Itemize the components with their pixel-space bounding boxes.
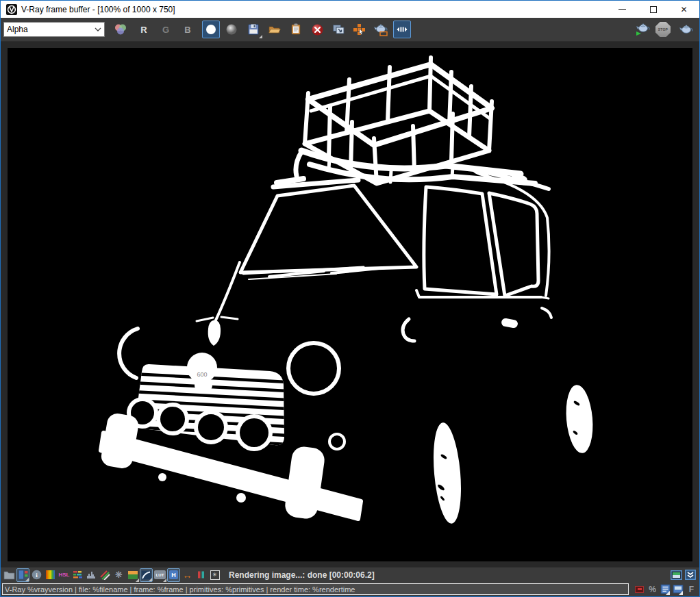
info-icon: i	[32, 570, 42, 580]
h-icon: H	[169, 570, 178, 579]
lut-correction-button[interactable]: LUT	[153, 568, 166, 582]
chevron-down-icon	[95, 27, 101, 32]
close-button[interactable]: ✕	[668, 1, 699, 18]
alpha-render-car: 600	[8, 48, 692, 561]
lut-dropdown-icon	[163, 579, 166, 582]
alpha-mode-button[interactable]	[202, 21, 220, 38]
region-render-button[interactable]	[372, 21, 390, 38]
snowflake-icon: ✳	[210, 570, 220, 580]
clipboard-icon	[289, 23, 303, 36]
open-channels-button[interactable]	[3, 568, 16, 582]
collapse-toolbar-button[interactable]	[684, 568, 697, 582]
stop-sign-icon: STOP	[655, 22, 671, 37]
horizontal-arrows-icon: ↔	[183, 570, 192, 581]
title-bar[interactable]: V-Ray frame buffer - [100% of 1000 x 750…	[1, 1, 699, 18]
stamp-led-icon	[633, 583, 646, 596]
copy-to-clipboard-button[interactable]	[287, 21, 305, 38]
ab-compare-button[interactable]	[195, 568, 208, 582]
ab-bars-icon	[197, 570, 205, 579]
clear-x-icon	[311, 23, 324, 36]
duplicate-windows-icon	[332, 23, 345, 36]
white-balance-button[interactable]: ❋	[112, 568, 125, 582]
levels-correction-button[interactable]	[85, 568, 98, 582]
stop-render-button[interactable]: STOP	[654, 21, 672, 38]
vray-frame-buffer-window: V-Ray frame buffer - [100% of 1000 x 750…	[0, 0, 700, 597]
mono-sphere-icon	[225, 23, 238, 36]
stamp-text-input[interactable]	[2, 583, 629, 595]
monitor-icon	[673, 584, 684, 595]
histogram-icon	[86, 570, 97, 579]
corrections-toolbar: i HSL ❋	[1, 567, 699, 582]
corrections-dropdown-icon	[25, 578, 29, 581]
close-icon: ✕	[680, 5, 687, 14]
rgb-circles-icon	[114, 23, 127, 36]
clear-image-button[interactable]	[308, 21, 326, 38]
exposure-correction-button[interactable]	[99, 568, 112, 582]
blue-channel-button[interactable]: B	[179, 25, 197, 35]
track-mouse-button[interactable]	[351, 21, 368, 38]
document-lines-icon	[660, 584, 671, 595]
minimize-button[interactable]	[607, 1, 638, 18]
hsl-correction-button[interactable]: HSL	[58, 568, 71, 582]
color-clamping-button[interactable]	[44, 568, 57, 582]
color-bars-icon	[73, 570, 84, 579]
compare-horizontal-button[interactable]	[393, 21, 411, 38]
save-dropdown-icon	[259, 35, 262, 38]
window-title: V-Ray frame buffer - [100% of 1000 x 750…	[21, 5, 175, 14]
duplicate-to-host-button[interactable]	[329, 21, 347, 38]
curve-correction-button[interactable]	[140, 568, 153, 582]
font-button[interactable]: F	[685, 583, 698, 596]
vray-logo-icon	[6, 4, 17, 15]
monitor-green-icon	[671, 570, 682, 580]
open-folder-icon	[268, 23, 282, 36]
wheels	[430, 384, 596, 525]
background-image-button[interactable]	[126, 568, 139, 582]
pinwheel-icon: ❋	[115, 570, 123, 580]
render-teapot-icon	[678, 23, 695, 36]
stereo-toggle-button[interactable]: ↔	[181, 568, 194, 582]
maximize-icon	[650, 6, 657, 13]
color-balance-button[interactable]	[71, 568, 84, 582]
side-windows	[403, 174, 551, 341]
stamp-variables-button[interactable]	[659, 583, 672, 596]
hsl-icon: HSL	[59, 572, 70, 578]
srgb-toggle-button[interactable]: H	[167, 568, 180, 582]
pixel-info-button[interactable]: i	[30, 568, 43, 582]
windshield	[240, 180, 416, 279]
green-channel-button[interactable]: G	[157, 25, 175, 35]
rgb-mode-button[interactable]	[112, 21, 129, 38]
fullscreen-toggle-button[interactable]	[670, 568, 683, 582]
render-button[interactable]	[677, 21, 695, 38]
bonnet-ornament	[197, 262, 240, 346]
render-last-button[interactable]	[634, 21, 651, 38]
color-corrections-button[interactable]	[16, 568, 29, 582]
track-mouse-icon	[353, 23, 366, 36]
open-image-button[interactable]	[266, 21, 284, 38]
stamp-percent-button[interactable]: %	[646, 583, 659, 596]
channel-select[interactable]: Alpha	[3, 22, 105, 37]
minimize-icon	[618, 9, 626, 10]
curve-dropdown-icon	[149, 578, 152, 581]
channel-select-value: Alpha	[7, 25, 95, 34]
red-channel-button[interactable]: R	[135, 25, 153, 35]
grille-badge-text: 600	[197, 371, 207, 378]
alpha-circle-icon	[205, 23, 217, 36]
double-chevron-icon	[685, 570, 696, 580]
render-view[interactable]: 600	[8, 48, 692, 561]
canvas-area: 600	[1, 42, 699, 567]
floppy-disk-icon	[247, 23, 260, 36]
compare-horizontal-icon	[396, 24, 408, 35]
gradient-icon	[46, 570, 55, 579]
gray-folder-icon	[3, 570, 15, 580]
save-image-button[interactable]	[245, 21, 262, 38]
main-toolbar: Alpha R G B	[1, 18, 699, 42]
render-status-text: Rendering image...: done [00:00:06.2]	[229, 570, 375, 580]
grille: 600	[127, 353, 287, 451]
diagonal-lines-icon	[100, 570, 110, 580]
region-teapot-icon	[373, 23, 388, 36]
background-dropdown-icon	[136, 579, 139, 582]
maximize-button[interactable]	[638, 1, 668, 18]
stamp-display-button[interactable]	[672, 583, 685, 596]
render-last-teapot-icon	[634, 23, 651, 36]
mono-mode-button[interactable]	[223, 21, 240, 38]
